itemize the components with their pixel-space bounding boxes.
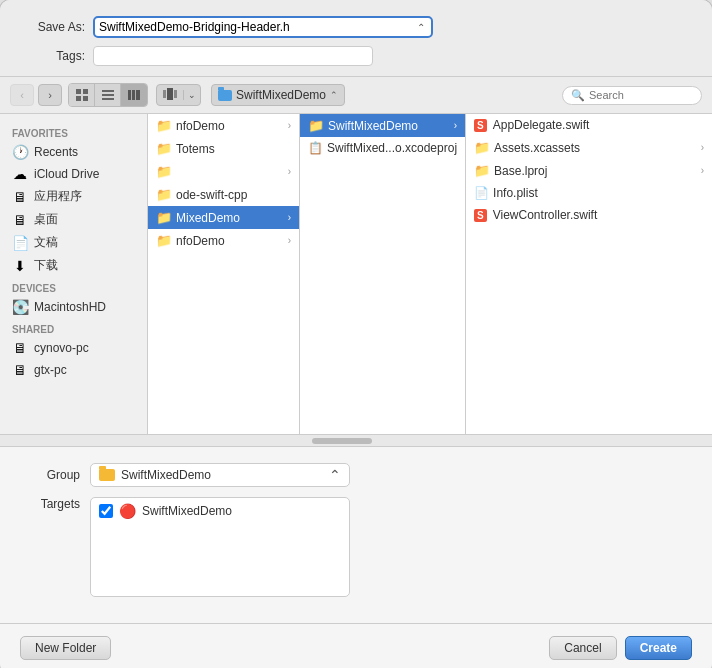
sidebar-item-gtx[interactable]: 🖥 gtx-pc (0, 359, 147, 381)
sidebar-section-favorites: Favorites (0, 122, 147, 141)
location-text: SwiftMixedDemo (236, 88, 326, 102)
view-list-button[interactable] (95, 84, 121, 106)
view-column-button[interactable] (121, 84, 147, 106)
sidebar-item-label: iCloud Drive (34, 167, 99, 181)
target-icon: 🔴 (119, 503, 136, 519)
file-column-2: 📁 SwiftMixedDemo › 📋 SwiftMixed...o.xcod… (300, 114, 466, 434)
forward-button[interactable]: › (38, 84, 62, 106)
sidebar-item-documents[interactable]: 📄 文稿 (0, 231, 147, 254)
svg-rect-10 (163, 90, 166, 98)
svg-rect-1 (83, 89, 88, 94)
file-item[interactable]: 📁 Totems (148, 137, 299, 160)
cancel-button[interactable]: Cancel (549, 636, 616, 660)
xcodeproj-icon: 📋 (308, 141, 323, 155)
svg-rect-6 (102, 98, 114, 100)
sidebar-item-cynovo[interactable]: 🖥 cynovo-pc (0, 337, 147, 359)
sidebar-item-applications[interactable]: 🖥 应用程序 (0, 185, 147, 208)
svg-rect-2 (76, 96, 81, 101)
file-item[interactable]: 📁 Base.lproj › (466, 159, 712, 182)
sidebar-item-label: 下载 (34, 257, 58, 274)
file-item[interactable]: S AppDelegate.swift (466, 114, 712, 136)
sidebar-item-label: cynovo-pc (34, 341, 89, 355)
file-item[interactable]: 📁 nfoDemo › (148, 229, 299, 252)
tags-input[interactable] (93, 46, 373, 66)
file-item[interactable]: 📋 SwiftMixed...o.xcodeproj (300, 137, 465, 159)
file-label: SwiftMixedDemo (328, 119, 450, 133)
svg-rect-7 (128, 90, 131, 100)
save-as-input-wrap: ⌃ (93, 16, 433, 38)
folder-icon: 📁 (156, 233, 172, 248)
macintosh-icon: 💽 (12, 299, 28, 315)
chevron-right-icon: › (701, 165, 704, 176)
file-label: MixedDemo (176, 211, 284, 225)
search-input[interactable] (589, 89, 693, 101)
file-item[interactable]: S ViewController.swift (466, 204, 712, 226)
file-label: nfoDemo (176, 234, 284, 248)
file-item[interactable]: 📄 Info.plist (466, 182, 712, 204)
sidebar-item-label: 文稿 (34, 234, 58, 251)
cover-flow-icon (157, 88, 183, 102)
action-btn-group: Cancel Create (549, 636, 692, 660)
file-item-selected[interactable]: 📁 MixedDemo › (148, 206, 299, 229)
folder-icon: 📁 (308, 118, 324, 133)
sidebar-item-icloud[interactable]: ☁ iCloud Drive (0, 163, 147, 185)
file-label: Assets.xcassets (494, 141, 697, 155)
svg-rect-5 (102, 94, 114, 96)
file-label: Totems (176, 142, 291, 156)
swift-icon: S (474, 119, 487, 132)
file-label: Base.lproj (494, 164, 697, 178)
file-item[interactable]: 📁 nfoDemo › (148, 114, 299, 137)
file-item[interactable]: 📁 ode-swift-cpp (148, 183, 299, 206)
group-text: SwiftMixedDemo (121, 468, 323, 482)
view-icon-button[interactable] (69, 84, 95, 106)
file-item[interactable]: 📁 › (148, 160, 299, 183)
file-label: ode-swift-cpp (176, 188, 291, 202)
targets-label: Targets (20, 497, 80, 511)
toolbar: ‹ › (0, 77, 712, 114)
target-checkbox[interactable] (99, 504, 113, 518)
scroll-thumb[interactable] (312, 438, 372, 444)
cover-flow-button[interactable]: ⌄ (156, 84, 201, 106)
view-group (68, 83, 148, 107)
svg-rect-12 (174, 90, 177, 98)
save-as-label: Save As: (20, 20, 85, 34)
search-box: 🔍 (562, 86, 702, 105)
svg-rect-8 (132, 90, 135, 100)
group-dropdown[interactable]: SwiftMixedDemo ⌃ (90, 463, 350, 487)
cynovo-icon: 🖥 (12, 340, 28, 356)
file-column-1: 📁 nfoDemo › 📁 Totems 📁 › 📁 ode-swift-cpp (148, 114, 300, 434)
save-as-chevron-icon[interactable]: ⌃ (415, 22, 427, 33)
back-button[interactable]: ‹ (10, 84, 34, 106)
sidebar-item-recents[interactable]: 🕐 Recents (0, 141, 147, 163)
folder-icon: 📁 (156, 187, 172, 202)
gtx-icon: 🖥 (12, 362, 28, 378)
tags-row: Tags: (20, 46, 692, 66)
create-button[interactable]: Create (625, 636, 692, 660)
location-dropdown[interactable]: SwiftMixedDemo ⌃ (211, 84, 345, 106)
target-label: SwiftMixedDemo (142, 504, 232, 518)
plist-icon: 📄 (474, 186, 489, 200)
file-label: SwiftMixed...o.xcodeproj (327, 141, 457, 155)
folder-icon: 📁 (474, 163, 490, 178)
horizontal-scrollbar[interactable] (0, 434, 712, 446)
swift-icon: S (474, 209, 487, 222)
targets-box: 🔴 SwiftMixedDemo (90, 497, 350, 597)
new-folder-button[interactable]: New Folder (20, 636, 111, 660)
save-as-input[interactable] (99, 20, 415, 34)
documents-icon: 📄 (12, 235, 28, 251)
sidebar-item-label: 桌面 (34, 211, 58, 228)
sidebar-item-label: gtx-pc (34, 363, 67, 377)
save-dialog: Save As: ⌃ Tags: ‹ › (0, 0, 712, 668)
sidebar-item-desktop[interactable]: 🖥 桌面 (0, 208, 147, 231)
sidebar-item-macintosh[interactable]: 💽 MacintoshHD (0, 296, 147, 318)
file-item[interactable]: 📁 Assets.xcassets › (466, 136, 712, 159)
desktop-icon: 🖥 (12, 212, 28, 228)
list-view-icon (102, 90, 114, 100)
save-as-row: Save As: ⌃ (20, 16, 692, 38)
sidebar-item-downloads[interactable]: ⬇ 下载 (0, 254, 147, 277)
chevron-right-icon: › (288, 166, 291, 177)
file-item-selected[interactable]: 📁 SwiftMixedDemo › (300, 114, 465, 137)
sidebar-item-label: 应用程序 (34, 188, 82, 205)
main-content: Favorites 🕐 Recents ☁ iCloud Drive 🖥 应用程… (0, 114, 712, 434)
gallery-view-icon (163, 88, 177, 100)
